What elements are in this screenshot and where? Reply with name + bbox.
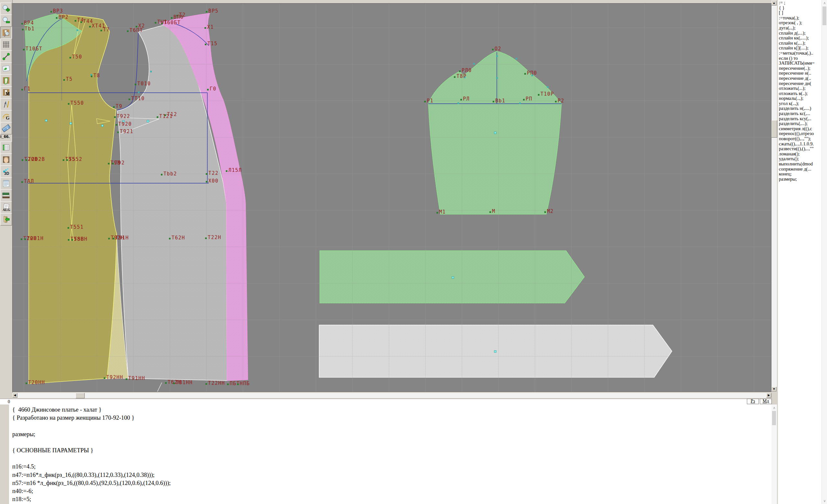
pattern-point[interactable] bbox=[50, 11, 52, 13]
command-item[interactable]: симметрия л((),с bbox=[779, 126, 822, 132]
command-item[interactable]: перенос((),отрезо bbox=[779, 131, 822, 136]
pattern-point[interactable] bbox=[21, 159, 23, 161]
command-item[interactable]: пересечение дн( bbox=[779, 81, 822, 86]
pattern-point[interactable] bbox=[113, 106, 115, 108]
pattern-point[interactable] bbox=[205, 383, 207, 385]
command-item[interactable]: сплайн к[](....); bbox=[779, 46, 822, 51]
pattern-point[interactable] bbox=[206, 11, 207, 13]
command-item[interactable]: разделить(,...); bbox=[779, 121, 822, 126]
command-item[interactable]: сопряжение д(... bbox=[779, 167, 822, 172]
scroll-up-chevron[interactable]: ∧ bbox=[822, 1, 827, 5]
scroll-right-button[interactable]: ▶ bbox=[766, 393, 771, 398]
g-curves-button[interactable]: G bbox=[0, 110, 12, 122]
pattern-point[interactable] bbox=[100, 30, 102, 31]
scrollbar-thumb[interactable] bbox=[76, 393, 85, 398]
pattern-point[interactable] bbox=[492, 49, 494, 50]
pattern-point[interactable] bbox=[493, 101, 494, 102]
pattern-point[interactable] bbox=[56, 17, 57, 19]
pattern-point[interactable] bbox=[204, 27, 206, 29]
pattern-point[interactable] bbox=[26, 383, 27, 384]
measure-segment-button[interactable] bbox=[0, 50, 12, 63]
command-item[interactable]: ЗАПИСАТЬ(имя= bbox=[779, 61, 822, 66]
scroll-down-button[interactable]: ▼ bbox=[771, 387, 777, 392]
command-item[interactable]: пересечение д(.. bbox=[779, 76, 822, 81]
code-text[interactable]: { 4660 Джинсовое платье - халат } { Разр… bbox=[9, 404, 771, 504]
books-button[interactable] bbox=[0, 189, 12, 202]
command-item[interactable]: отложить(...); bbox=[779, 86, 822, 91]
pattern-point[interactable] bbox=[66, 159, 68, 161]
command-item[interactable]: конец; bbox=[779, 171, 822, 177]
command-item[interactable]: сплайн к(,...); bbox=[779, 41, 822, 46]
pattern-point[interactable] bbox=[23, 49, 25, 50]
command-item[interactable]: [ ] bbox=[779, 10, 822, 15]
command-item[interactable]: сплайн кк(,....); bbox=[779, 36, 822, 41]
list-doc-button[interactable] bbox=[0, 178, 12, 190]
command-item[interactable]: сплайн д(,...); bbox=[779, 31, 822, 36]
rz-button[interactable]: Рз bbox=[747, 399, 759, 404]
algorithms-button[interactable]: ALG bbox=[0, 201, 12, 213]
grid-button[interactable] bbox=[0, 39, 12, 51]
pattern-point[interactable] bbox=[129, 99, 130, 100]
pattern-point[interactable] bbox=[489, 211, 491, 213]
pattern-point[interactable] bbox=[75, 20, 76, 22]
pattern-point[interactable] bbox=[91, 75, 92, 77]
drawing-canvas[interactable]: ВР3ВР2ВР4Тb1Т4Т44ХТ41Т7Т10БТТ50Т2ВПбТЫ1Т… bbox=[12, 3, 771, 392]
image-button[interactable] bbox=[0, 62, 12, 74]
pattern-point[interactable] bbox=[524, 73, 526, 74]
pattern-point[interactable] bbox=[555, 101, 556, 102]
pattern-point[interactable] bbox=[26, 159, 27, 161]
pattern-point[interactable] bbox=[21, 181, 23, 183]
scrollbar-thumb[interactable] bbox=[772, 411, 776, 425]
canvas-horizontal-scrollbar[interactable]: ◀ ▶ bbox=[12, 393, 771, 398]
command-item[interactable]: если () то bbox=[779, 56, 822, 61]
pattern-point[interactable] bbox=[24, 239, 26, 240]
pattern-point[interactable] bbox=[538, 94, 539, 96]
pattern-preview-button[interactable] bbox=[0, 27, 12, 39]
view-3d-button[interactable]: 3D bbox=[0, 165, 12, 178]
pattern-point[interactable] bbox=[206, 181, 207, 183]
pattern-point[interactable] bbox=[113, 238, 114, 239]
pattern-point[interactable] bbox=[67, 227, 69, 229]
pattern-point[interactable] bbox=[126, 378, 127, 380]
table-button[interactable] bbox=[0, 142, 12, 154]
pattern-point[interactable] bbox=[22, 29, 23, 31]
pattern-point[interactable] bbox=[63, 159, 64, 161]
pattern-point[interactable] bbox=[523, 99, 525, 100]
pattern-point[interactable] bbox=[114, 116, 116, 118]
pattern-point[interactable] bbox=[89, 26, 91, 28]
pattern-point[interactable] bbox=[227, 384, 229, 385]
command-panel-scrollbar[interactable]: ∧ ∨ bbox=[822, 0, 827, 504]
pattern-point[interactable] bbox=[63, 79, 65, 81]
command-item[interactable]: поворот((),..,""); bbox=[779, 136, 822, 142]
pattern-point[interactable] bbox=[205, 44, 206, 45]
pattern-point[interactable] bbox=[161, 174, 162, 175]
ruler-button[interactable]: 8 bbox=[0, 122, 12, 135]
command-item[interactable]: выполнить(dmod bbox=[779, 161, 822, 167]
pattern-point[interactable] bbox=[237, 384, 239, 385]
portrait-button[interactable] bbox=[0, 153, 12, 166]
command-item[interactable]: :=метка(точка(,).. bbox=[779, 51, 822, 56]
pattern-point[interactable] bbox=[108, 238, 110, 239]
scroll-up-button[interactable]: ▲ bbox=[771, 1, 777, 5]
pattern-point[interactable] bbox=[459, 70, 461, 72]
command-item[interactable]: :=точка(,); bbox=[779, 15, 822, 21]
scroll-down-chevron[interactable]: ∨ bbox=[822, 499, 827, 503]
md-button[interactable]: Мд bbox=[760, 399, 772, 404]
pattern-point[interactable] bbox=[81, 21, 82, 23]
pattern-point[interactable] bbox=[171, 17, 173, 19]
pattern-point[interactable] bbox=[104, 377, 105, 379]
command-item[interactable]: пересечение(..); bbox=[779, 66, 822, 71]
command-item[interactable]: отложить в(..); bbox=[779, 91, 822, 96]
command-item[interactable]: разделить ксу(,.. bbox=[779, 116, 822, 121]
command-item[interactable]: дуга(,.,); bbox=[779, 26, 822, 31]
pattern-point[interactable] bbox=[117, 132, 119, 133]
command-item[interactable]: сжать((),..,1.1.0.9. bbox=[779, 142, 822, 147]
pattern-point[interactable] bbox=[68, 103, 69, 105]
pattern-point[interactable] bbox=[127, 31, 129, 32]
pattern-point[interactable] bbox=[161, 22, 163, 24]
command-item[interactable]: ломаная(); bbox=[779, 152, 822, 157]
scrollbar-thumb[interactable] bbox=[771, 120, 777, 138]
editor-scrollbar[interactable]: ∧ bbox=[771, 404, 777, 504]
pattern-point[interactable] bbox=[21, 239, 22, 240]
pattern-point[interactable] bbox=[460, 99, 462, 100]
